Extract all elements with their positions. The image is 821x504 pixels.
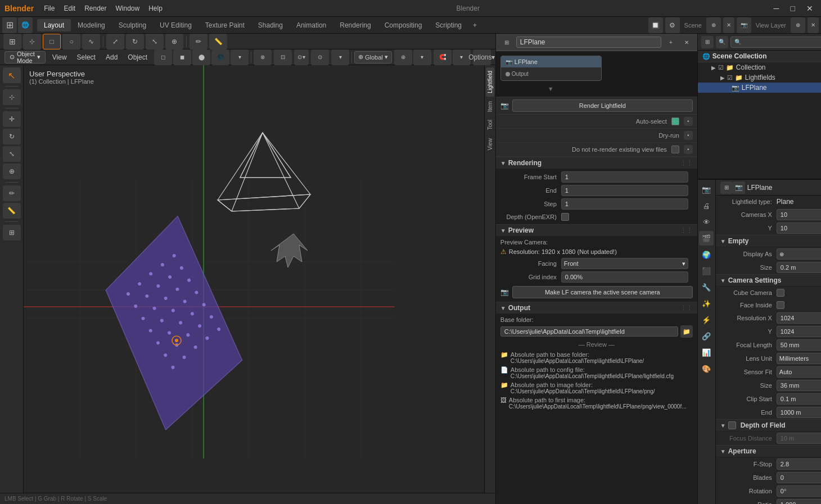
tab-shading[interactable]: Shading bbox=[251, 19, 290, 31]
dof-toggle[interactable] bbox=[728, 421, 736, 429]
viewport-view[interactable]: ↖ ⊹ ✛ ↻ ⤡ ⊕ ✏ 📏 ⊞ User Perspective (1) C… bbox=[0, 65, 495, 493]
select-lasso-btn[interactable]: ∿ bbox=[82, 34, 100, 49]
node-editor-type-btn[interactable]: ⊞ bbox=[500, 36, 513, 48]
scene-btn[interactable]: 🌐 bbox=[18, 17, 33, 33]
tab-rendering[interactable]: Rendering bbox=[333, 19, 377, 31]
snap-dropdown[interactable]: ⊙▾ bbox=[294, 49, 309, 65]
select-circle-btn[interactable]: ○ bbox=[62, 34, 80, 49]
maximize-btn[interactable]: □ bbox=[787, 3, 799, 14]
tab-tool[interactable]: Tool bbox=[486, 116, 494, 133]
menu-file[interactable]: File bbox=[40, 3, 58, 13]
options-btn-vp[interactable]: Options ▾ bbox=[473, 49, 491, 65]
props-world-icon[interactable]: 🌍 bbox=[699, 247, 714, 262]
dof-section-header[interactable]: ▼ Depth of Field bbox=[716, 419, 821, 432]
scale-tool[interactable]: ⤡ bbox=[3, 146, 21, 162]
depth-checkbox[interactable] bbox=[561, 213, 569, 221]
editor-type-btn[interactable]: ⊞ bbox=[2, 17, 17, 33]
scene-copy-btn[interactable]: ⊕ bbox=[706, 17, 721, 33]
view-layer-copy-btn[interactable]: ⊕ bbox=[791, 17, 805, 33]
rc-filter-btn[interactable]: 🔍 bbox=[716, 36, 728, 48]
cube-camera-checkbox[interactable] bbox=[777, 289, 784, 297]
lightfields-checkbox[interactable]: ☑ bbox=[727, 74, 733, 81]
editor-switch-btn[interactable]: ⊞ bbox=[3, 34, 21, 49]
proportional-edit[interactable]: ⊙ bbox=[311, 49, 329, 65]
scale-btn[interactable]: ⤡ bbox=[146, 34, 164, 49]
clip-start-val[interactable]: 0.1 m bbox=[777, 393, 821, 405]
ratio-val[interactable]: 1.000 bbox=[777, 499, 821, 504]
resolution-y-val[interactable]: 1024 bbox=[777, 326, 821, 337]
tab-sculpting[interactable]: Sculpting bbox=[112, 19, 153, 31]
select-box-btn[interactable]: □ bbox=[43, 34, 61, 49]
focal-length-val[interactable]: 50 mm bbox=[777, 339, 821, 351]
sensor-fit-dropdown[interactable]: Auto ▾ bbox=[777, 366, 821, 378]
no-rerender-dot[interactable]: • bbox=[684, 145, 693, 154]
rc-search-input[interactable]: 🔍 bbox=[730, 37, 821, 48]
tab-modeling[interactable]: Modeling bbox=[71, 19, 112, 31]
browse-folder-btn[interactable]: 📁 bbox=[680, 325, 693, 338]
dry-run-dot[interactable]: • bbox=[684, 131, 693, 140]
cameras-x-val[interactable]: 10 bbox=[777, 209, 821, 220]
pivot-btn[interactable]: ⊕ bbox=[394, 49, 412, 65]
minimize-btn[interactable]: ─ bbox=[770, 3, 783, 14]
add-node-btn[interactable]: + bbox=[665, 36, 677, 48]
transform-btn[interactable]: ⊕ bbox=[165, 34, 183, 49]
overlay-btn[interactable]: ⊗ bbox=[254, 49, 272, 65]
props-pin-icon[interactable]: 📷 bbox=[733, 181, 745, 194]
focus-distance-val[interactable]: 10 m bbox=[777, 433, 821, 444]
rendering-section-header[interactable]: ▼ Rendering ⋮⋮ bbox=[496, 157, 697, 169]
measure-tool[interactable]: 📏 bbox=[3, 203, 21, 219]
collection-item[interactable]: ▶ ☑ 📁 Collection 👁 bbox=[698, 62, 821, 72]
props-particles-icon[interactable]: ✨ bbox=[699, 296, 714, 311]
viewport-shading-wire[interactable]: ◻ bbox=[154, 49, 172, 65]
fstop-val[interactable]: 2.8 bbox=[777, 458, 821, 470]
transform-global[interactable]: ⊕ Global ▾ bbox=[354, 51, 392, 63]
grid-index-val[interactable]: 0.00% bbox=[561, 271, 688, 283]
tab-scripting[interactable]: Scripting bbox=[428, 19, 468, 31]
rotation-val[interactable]: 0° bbox=[777, 485, 821, 497]
move-tool[interactable]: ✛ bbox=[3, 111, 21, 127]
end-val[interactable]: 1 bbox=[561, 185, 688, 196]
viewport-shading-solid[interactable]: ◼ bbox=[173, 49, 191, 65]
empty-section-header[interactable]: ▼ Empty bbox=[716, 235, 821, 247]
size-val[interactable]: 0.2 m bbox=[777, 262, 821, 273]
rotate-tool[interactable]: ↻ bbox=[3, 129, 21, 144]
viewport-shading-render[interactable]: 🌑 bbox=[211, 49, 229, 65]
view-menu[interactable]: View bbox=[49, 52, 70, 62]
cursor-tool-btn[interactable]: ⊹ bbox=[23, 34, 41, 49]
menu-render[interactable]: Render bbox=[81, 3, 110, 13]
select-tool-active[interactable]: ↖ bbox=[3, 67, 21, 83]
menu-help[interactable]: Help bbox=[145, 3, 166, 13]
props-data-icon[interactable]: 📊 bbox=[699, 345, 714, 360]
props-material-icon[interactable]: 🎨 bbox=[699, 361, 714, 376]
props-constraints-icon[interactable]: 🔗 bbox=[699, 329, 714, 343]
cursor-tool[interactable]: ⊹ bbox=[3, 89, 21, 105]
select-menu[interactable]: Select bbox=[74, 52, 99, 62]
lfplane-item[interactable]: 📷 LFPlane 📷 📜 👁 bbox=[698, 83, 821, 93]
tab-item[interactable]: Item bbox=[486, 98, 494, 115]
make-active-btn[interactable]: Make LF camera the active scene camera bbox=[512, 286, 693, 298]
tab-texture-paint[interactable]: Texture Paint bbox=[199, 19, 251, 31]
tab-layout[interactable]: Layout bbox=[37, 19, 71, 31]
base-folder-input[interactable]: C:\Users\julie\AppData\Local\Temp\lightf… bbox=[500, 326, 678, 337]
grab-btn[interactable]: ⤢ bbox=[106, 34, 124, 49]
viewport-shading-mat[interactable]: ⬤ bbox=[192, 49, 210, 65]
tab-lightfield[interactable]: Lightfield bbox=[486, 67, 494, 97]
facing-dropdown[interactable]: Front ▾ bbox=[561, 258, 688, 269]
snap-type-btn[interactable]: ▾ bbox=[453, 49, 471, 65]
cameras-y-val[interactable]: 10 bbox=[777, 223, 821, 234]
props-physics-icon[interactable]: ⚡ bbox=[699, 312, 714, 327]
aperture-section-header[interactable]: ▼ Aperture bbox=[716, 445, 821, 457]
frame-start-val[interactable]: 1 bbox=[561, 171, 688, 183]
lightfields-item[interactable]: ▶ ☑ 📁 Lightfields 👁 bbox=[698, 72, 821, 83]
lens-unit-dropdown[interactable]: Millimeters ▾ bbox=[777, 353, 821, 364]
sensor-size-val[interactable]: 36 mm bbox=[777, 380, 821, 391]
preview-section-header[interactable]: ▼ Preview ⋮⋮ bbox=[496, 224, 697, 237]
tab-uv-editing[interactable]: UV Editing bbox=[153, 19, 199, 31]
render-lightfield-btn[interactable]: Render Lightfield bbox=[512, 99, 693, 112]
node-canvas-area[interactable]: 📷 LFPlane Output ▼ bbox=[496, 51, 697, 97]
object-menu[interactable]: Object bbox=[124, 52, 151, 62]
step-val[interactable]: 1 bbox=[561, 198, 688, 210]
add-menu[interactable]: Add bbox=[102, 52, 121, 62]
props-editor-type[interactable]: ⊞ bbox=[720, 181, 733, 194]
face-inside-checkbox[interactable] bbox=[777, 301, 784, 309]
